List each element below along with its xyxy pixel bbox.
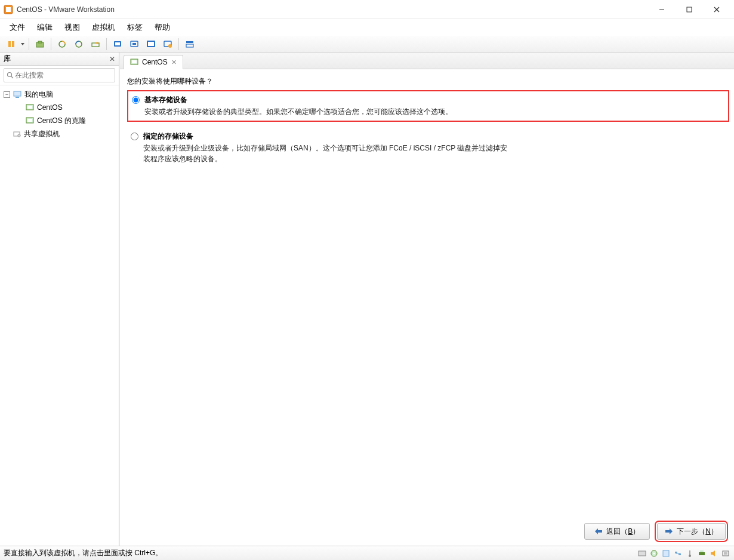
radio-basic-storage[interactable] (132, 96, 140, 104)
pause-dropdown[interactable] (20, 37, 26, 51)
menubar: 文件 编辑 视图 虚拟机 标签 帮助 (0, 19, 734, 36)
svg-point-13 (96, 42, 98, 44)
svg-rect-31 (27, 119, 32, 122)
status-text: 要直接输入到该虚拟机，请点击里面或按 Ctrl+G。 (4, 548, 162, 558)
svg-point-40 (653, 552, 655, 554)
svg-rect-9 (38, 41, 42, 43)
svg-rect-7 (12, 41, 14, 47)
svg-point-21 (168, 44, 172, 48)
arrow-left-icon (594, 528, 603, 535)
radio-specified-storage[interactable] (131, 133, 138, 140)
svg-rect-48 (700, 550, 704, 552)
vm-icon (25, 116, 35, 125)
menu-help[interactable]: 帮助 (149, 20, 176, 35)
snapshot-revert-icon[interactable] (71, 37, 87, 51)
collapse-icon[interactable]: − (4, 91, 10, 98)
snapshot-take-icon[interactable] (54, 37, 70, 51)
minimize-button[interactable] (648, 1, 676, 19)
menu-file[interactable]: 文件 (4, 20, 31, 35)
svg-rect-29 (27, 106, 32, 109)
tree-root-mycomputer[interactable]: − 我的电脑 (1, 88, 118, 101)
option-basic-desc: 安装或者升级到存储设备的典型类型。如果您不确定哪个选项适合您，您可能应该选择这个… (144, 106, 452, 117)
svg-rect-47 (699, 552, 705, 555)
next-label: 下一步（N） (677, 527, 718, 537)
network-icon[interactable] (673, 549, 683, 558)
sidebar-header: 库 ✕ (0, 53, 119, 66)
fit-guest-icon[interactable] (127, 37, 142, 51)
vm-tab-icon (130, 58, 138, 66)
menu-tabs[interactable]: 标签 (121, 20, 149, 35)
tree-item-centos[interactable]: CentOS (1, 101, 118, 114)
svg-point-33 (18, 134, 20, 137)
svg-rect-35 (132, 60, 137, 63)
menu-edit[interactable]: 编辑 (31, 20, 58, 35)
statusbar-device-icons (637, 549, 730, 558)
tab-close-icon[interactable]: ✕ (171, 59, 177, 66)
menu-view[interactable]: 视图 (58, 20, 86, 35)
option-basic-storage[interactable]: 基本存储设备 安装或者升级到存储设备的典型类型。如果您不确定哪个选项适合您，您可… (127, 90, 729, 122)
svg-rect-1 (6, 7, 11, 12)
vm-icon (25, 103, 35, 112)
snapshot-icon[interactable] (32, 37, 48, 51)
back-label: 返回（B） (606, 527, 640, 537)
main-area: 库 ✕ − 我的电脑 CentOS CentOS 的克隆 (0, 53, 734, 546)
toolbar (0, 36, 734, 53)
svg-rect-41 (663, 550, 669, 556)
tab-label: CentOS (142, 58, 168, 66)
tree-item-centos-clone[interactable]: CentOS 的克隆 (1, 114, 118, 127)
back-button[interactable]: 返回（B） (584, 523, 650, 540)
wizard-nav: 返回（B） 下一步（N） (584, 523, 726, 540)
option-specified-storage[interactable]: 指定的存储设备 安装或者升级到企业级设备，比如存储局域网（SAN）。这个选项可让… (127, 128, 729, 168)
svg-rect-22 (186, 41, 193, 43)
library-tree: − 我的电脑 CentOS CentOS 的克隆 共享虚拟机 (0, 85, 119, 143)
menu-vm[interactable]: 虚拟机 (86, 20, 121, 35)
option-specified-desc: 安装或者升级到企业级设备，比如存储局域网（SAN）。这个选项可让您添加 FCoE… (143, 143, 513, 164)
maximize-button[interactable] (676, 1, 703, 19)
content-area: CentOS ✕ 您的安装将使用哪种设备？ 基本存储设备 安装或者升级到存储设备… (119, 53, 734, 546)
svg-point-24 (8, 73, 12, 77)
tree-shared-label: 共享虚拟机 (24, 129, 60, 139)
sound-icon[interactable] (709, 549, 718, 558)
tab-centos[interactable]: CentOS ✕ (124, 55, 183, 69)
titlebar: CentOS - VMware Workstation (0, 0, 734, 19)
svg-rect-3 (687, 7, 692, 12)
printer-icon[interactable] (697, 549, 707, 558)
search-box[interactable] (4, 68, 115, 82)
svg-rect-23 (186, 44, 193, 47)
message-log-icon[interactable] (721, 549, 730, 558)
snapshot-manage-icon[interactable] (88, 37, 103, 51)
svg-rect-37 (665, 530, 670, 533)
unity-icon[interactable] (160, 37, 175, 51)
svg-rect-17 (132, 43, 136, 45)
tree-item-label: CentOS 的克隆 (37, 116, 86, 126)
search-input[interactable] (14, 70, 112, 81)
svg-rect-49 (723, 551, 729, 556)
sidebar: 库 ✕ − 我的电脑 CentOS CentOS 的克隆 (0, 53, 119, 546)
search-icon (7, 72, 14, 79)
floppy-icon[interactable] (661, 549, 671, 558)
svg-rect-19 (148, 42, 154, 46)
arrow-right-icon (665, 528, 673, 535)
svg-rect-38 (639, 551, 646, 556)
svg-rect-26 (14, 91, 21, 96)
tab-bar: CentOS ✕ (120, 53, 734, 69)
close-button[interactable] (703, 1, 730, 19)
thumbnail-bar-icon[interactable] (182, 37, 198, 51)
disk-icon[interactable] (637, 549, 647, 558)
window-title: CentOS - VMware Workstation (17, 5, 648, 14)
cd-icon[interactable] (649, 549, 659, 558)
tree-root-label: 我的电脑 (24, 90, 53, 100)
tree-shared-vms[interactable]: 共享虚拟机 (1, 127, 118, 140)
installer-question: 您的安装将使用哪种设备？ (127, 76, 729, 87)
sidebar-close-icon[interactable]: ✕ (109, 55, 115, 63)
svg-rect-6 (8, 41, 11, 47)
vm-console[interactable]: 您的安装将使用哪种设备？ 基本存储设备 安装或者升级到存储设备的典型类型。如果您… (120, 69, 734, 546)
show-console-icon[interactable] (110, 37, 125, 51)
option-basic-title: 基本存储设备 (144, 95, 452, 105)
next-button[interactable]: 下一步（N） (657, 523, 726, 540)
computer-icon (13, 90, 22, 99)
svg-rect-27 (16, 97, 19, 98)
pause-icon[interactable] (4, 37, 19, 51)
usb-icon[interactable] (685, 549, 695, 558)
fullscreen-icon[interactable] (143, 37, 159, 51)
